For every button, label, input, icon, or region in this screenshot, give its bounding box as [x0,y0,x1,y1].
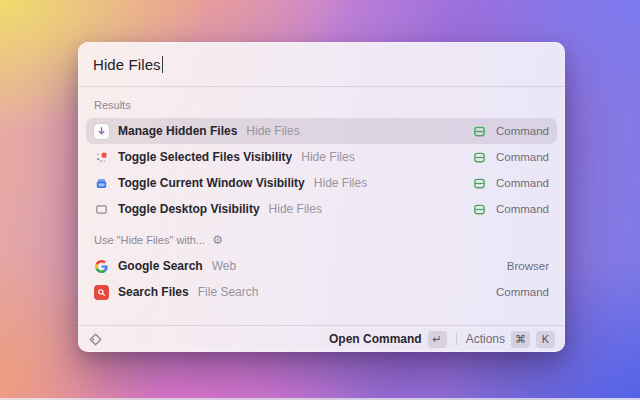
actions-button[interactable]: Actions [466,332,505,346]
result-type-badge: Command [496,203,549,215]
fallback-section-header: Use "Hide Files" with... ⚙ [86,222,557,253]
result-title: Toggle Desktop Visibility [118,202,260,216]
result-subtitle: Web [212,259,236,273]
cmd-key-badge: ⌘ [511,331,530,348]
result-row-search-files[interactable]: Search Files File Search Command [86,279,557,305]
result-title: Google Search [118,259,203,273]
gear-icon[interactable]: ⚙ [212,234,223,246]
toggle-current-window-icon [94,176,109,191]
footer-bar: Open Command ↵ Actions ⌘ K [78,325,565,352]
result-title: Toggle Current Window Visibility [118,176,305,190]
command-green-icon [472,124,487,139]
results-list: Results Manage Hidden Files Hide Files C… [78,87,565,325]
raycast-logo-icon [88,332,103,347]
results-header-label: Results [94,99,131,111]
open-command-button[interactable]: Open Command [329,332,422,346]
result-subtitle: File Search [198,285,259,299]
fallback-header-label: Use "Hide Files" with... [94,234,205,246]
search-input[interactable]: Hide Files [78,42,565,87]
google-icon [94,259,109,274]
result-title: Manage Hidden Files [118,124,237,138]
result-subtitle: Hide Files [269,202,322,216]
result-type-badge: Command [496,125,549,137]
result-type-badge: Command [496,177,549,189]
manage-hidden-files-icon [94,124,109,139]
result-title: Search Files [118,285,189,299]
result-subtitle: Hide Files [246,124,299,138]
command-green-icon [472,202,487,217]
result-row-toggle-selected-files[interactable]: Toggle Selected Files Visibility Hide Fi… [86,144,557,170]
search-input-value: Hide Files [93,56,161,73]
text-caret [162,56,164,73]
result-type-badge: Command [496,151,549,163]
results-section-header: Results [86,91,557,118]
file-search-icon [94,285,109,300]
result-subtitle: Hide Files [301,150,354,164]
result-row-manage-hidden-files[interactable]: Manage Hidden Files Hide Files Command [86,118,557,144]
result-type-badge: Command [496,286,549,298]
result-row-toggle-desktop[interactable]: Toggle Desktop Visibility Hide Files Com… [86,196,557,222]
launcher-window: Hide Files Results Manage Hidden Files H… [78,42,565,352]
result-type-badge: Browser [507,260,549,272]
toggle-desktop-icon [94,202,109,217]
result-title: Toggle Selected Files Visibility [118,150,292,164]
result-subtitle: Hide Files [314,176,367,190]
result-row-toggle-current-window[interactable]: Toggle Current Window Visibility Hide Fi… [86,170,557,196]
command-green-icon [472,150,487,165]
result-row-google-search[interactable]: Google Search Web Browser [86,253,557,279]
toggle-selected-files-icon [94,150,109,165]
k-key-badge: K [536,331,555,348]
command-green-icon [472,176,487,191]
return-key-badge: ↵ [428,331,447,348]
footer-divider [456,333,457,345]
